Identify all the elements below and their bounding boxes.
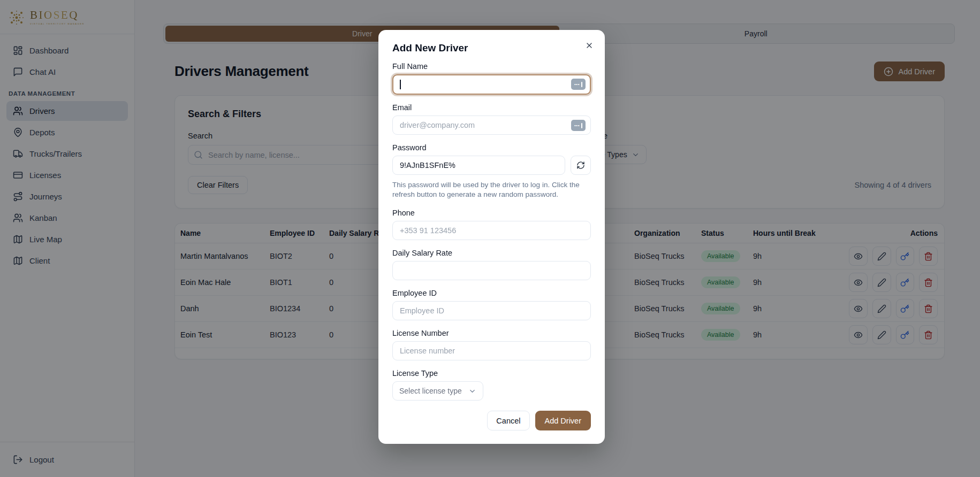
employee-id-field-group: Employee ID xyxy=(392,289,591,320)
password-input[interactable] xyxy=(392,156,565,175)
email-input[interactable] xyxy=(392,116,591,135)
license-type-label: License Type xyxy=(392,369,591,378)
password-helper-text: This password will be used by the driver… xyxy=(392,180,591,199)
close-icon xyxy=(585,41,594,50)
phone-label: Phone xyxy=(392,209,591,217)
regenerate-password-button[interactable] xyxy=(571,156,591,175)
employee-id-input[interactable] xyxy=(392,301,591,320)
password-field-group: Password xyxy=(392,143,591,175)
cancel-button[interactable]: Cancel xyxy=(487,411,529,430)
license-type-field-group: License Type Select license type xyxy=(392,369,591,401)
browser-autofill-icon: ••• xyxy=(571,120,586,131)
password-label: Password xyxy=(392,143,591,152)
phone-field-group: Phone xyxy=(392,209,591,240)
chevron-down-icon xyxy=(468,387,476,395)
daily-salary-field-group: Daily Salary Rate xyxy=(392,249,591,280)
browser-autofill-icon: ••• xyxy=(571,79,586,90)
license-number-label: License Number xyxy=(392,329,591,337)
daily-salary-input[interactable] xyxy=(392,261,591,280)
full-name-input[interactable] xyxy=(392,74,591,95)
refresh-icon xyxy=(576,161,585,170)
daily-salary-label: Daily Salary Rate xyxy=(392,249,591,257)
license-number-field-group: License Number xyxy=(392,329,591,360)
modal-title: Add New Driver xyxy=(392,42,591,54)
full-name-field-group: Full Name ••• xyxy=(392,62,591,95)
full-name-label: Full Name xyxy=(392,62,591,71)
license-number-input[interactable] xyxy=(392,341,591,360)
email-field-group: Email ••• xyxy=(392,103,591,135)
submit-add-driver-button[interactable]: Add Driver xyxy=(535,411,591,430)
employee-id-label: Employee ID xyxy=(392,289,591,297)
email-label: Email xyxy=(392,103,591,112)
add-driver-modal: Add New Driver Full Name ••• Email ••• P… xyxy=(378,30,605,444)
license-type-select-value: Select license type xyxy=(399,387,462,395)
text-caret xyxy=(400,80,401,89)
close-modal-button[interactable] xyxy=(582,39,596,52)
phone-input[interactable] xyxy=(392,221,591,240)
license-type-select[interactable]: Select license type xyxy=(392,381,483,401)
modal-footer: Cancel Add Driver xyxy=(392,411,591,430)
